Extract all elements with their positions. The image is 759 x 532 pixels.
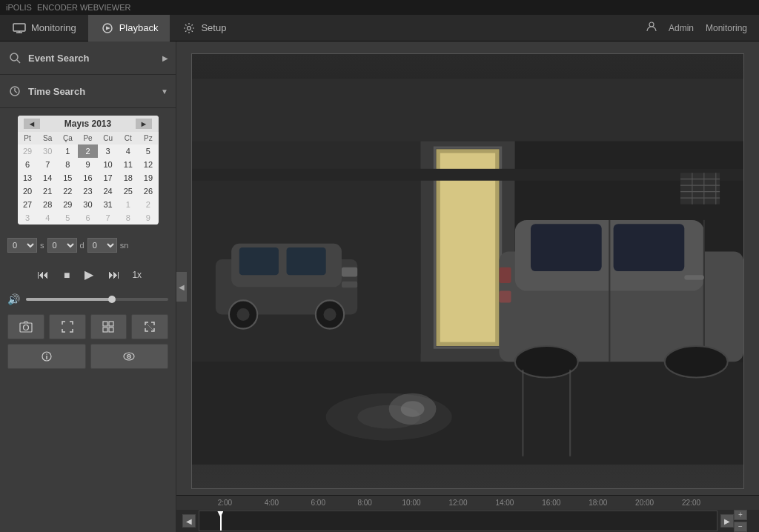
calendar-day-header: Pt <box>18 132 38 144</box>
info-button[interactable] <box>7 344 86 369</box>
eye-button[interactable] <box>90 344 169 369</box>
svg-rect-36 <box>192 169 743 181</box>
svg-point-7 <box>10 53 18 61</box>
calendar-day[interactable]: 8 <box>118 211 138 225</box>
calendar-day[interactable]: 21 <box>38 184 58 198</box>
time-search-header[interactable]: Time Search ▼ <box>0 75 176 107</box>
calendar-day[interactable]: 29 <box>58 198 78 211</box>
calendar-day[interactable]: 30 <box>38 144 58 158</box>
calendar-day[interactable]: 18 <box>118 171 138 184</box>
calendar-day[interactable]: 16 <box>78 171 98 184</box>
calendar-day[interactable]: 5 <box>58 211 78 225</box>
calendar-day[interactable]: 4 <box>38 211 58 225</box>
calendar-day[interactable]: 25 <box>118 184 138 198</box>
playback-label: Playback <box>119 22 159 33</box>
calendar-day[interactable]: 7 <box>38 158 58 171</box>
fast-forward-button[interactable]: ⏭ <box>105 265 123 285</box>
timeline-track[interactable] <box>199 511 717 531</box>
svg-point-53 <box>515 346 578 378</box>
svg-point-24 <box>128 356 130 357</box>
svg-rect-57 <box>500 291 511 303</box>
time-search-label: Time Search <box>28 86 155 97</box>
calendar-day[interactable]: 27 <box>18 198 38 211</box>
calendar-day[interactable]: 3 <box>18 211 38 225</box>
calendar-day[interactable]: 2 <box>78 144 98 158</box>
calendar-day[interactable]: 1 <box>58 144 78 158</box>
timeline-left-arrow[interactable]: ◀ <box>182 514 196 528</box>
zoom-out-button[interactable]: − <box>734 522 747 532</box>
calendar-day[interactable]: 8 <box>58 158 78 171</box>
zoom-controls: + − <box>734 510 747 532</box>
calendar-day[interactable]: 6 <box>18 158 38 171</box>
event-search-icon <box>7 50 22 65</box>
calendar-day[interactable]: 11 <box>118 158 138 171</box>
volume-slider[interactable] <box>26 298 168 301</box>
calendar-prev[interactable]: ◄ <box>24 119 41 129</box>
calendar-day[interactable]: 2 <box>138 198 158 211</box>
calendar-day[interactable]: 26 <box>138 184 158 198</box>
calendar-day[interactable]: 7 <box>98 211 118 225</box>
titlebar: iPOLIS ENCODER WEBVIEWER <box>0 0 759 15</box>
stop-button[interactable]: ■ <box>61 266 73 284</box>
timeline-cursor-head <box>217 511 223 517</box>
grid-button[interactable] <box>90 314 127 339</box>
calendar-day[interactable]: 29 <box>18 144 38 158</box>
hour-select[interactable]: 0123 <box>7 238 37 253</box>
min-select[interactable]: 0153045 <box>47 238 77 253</box>
min-label: d <box>80 241 84 250</box>
calendar-day[interactable]: 6 <box>78 211 98 225</box>
setup-label: Setup <box>201 22 226 33</box>
calendar-day-header: Pz <box>138 132 158 144</box>
calendar-day[interactable]: 12 <box>138 158 158 171</box>
tab-monitoring[interactable]: Monitoring <box>0 15 88 41</box>
content-area: ◀ <box>176 41 759 532</box>
calendar-day[interactable]: 31 <box>98 198 118 211</box>
svg-line-18 <box>145 322 154 331</box>
calendar-day[interactable]: 13 <box>18 171 38 184</box>
tool-row-2 <box>7 344 168 369</box>
calendar-day[interactable]: 22 <box>58 184 78 198</box>
time-mark: 12:00 <box>435 499 482 507</box>
volume-thumb[interactable] <box>108 296 116 303</box>
svg-rect-55 <box>684 275 704 279</box>
play-button[interactable]: ▶ <box>82 265 96 285</box>
calendar-day[interactable]: 10 <box>98 158 118 171</box>
monitor-icon <box>12 21 27 36</box>
svg-rect-39 <box>239 247 279 275</box>
calendar-day[interactable]: 15 <box>58 171 78 184</box>
calendar-days[interactable]: 2930123456789101112131415161718192021222… <box>18 144 159 225</box>
calendar-next[interactable]: ► <box>136 119 153 129</box>
screenshot-button[interactable] <box>7 314 44 339</box>
calendar-day[interactable]: 14 <box>38 171 58 184</box>
sec-select[interactable]: 0153045 <box>87 238 117 253</box>
calendar-day[interactable]: 3 <box>98 144 118 158</box>
calendar-day[interactable]: 5 <box>138 144 158 158</box>
zoom-in-button[interactable]: + <box>734 510 747 520</box>
timeline-right-arrow[interactable]: ▶ <box>720 514 734 528</box>
svg-rect-56 <box>500 267 511 283</box>
rewind-button[interactable]: ⏮ <box>34 265 52 285</box>
time-mark: 18:00 <box>574 499 621 507</box>
calendar-day[interactable]: 9 <box>138 211 158 225</box>
event-search-header[interactable]: Event Search ▶ <box>0 41 176 74</box>
time-mark: 8:00 <box>342 499 388 507</box>
calendar-day[interactable]: 4 <box>118 144 138 158</box>
user-icon <box>646 21 657 34</box>
calendar-day[interactable]: 23 <box>78 184 98 198</box>
collapse-sidebar-button[interactable]: ◀ <box>176 272 187 302</box>
calendar-day[interactable]: 19 <box>138 171 158 184</box>
tab-setup[interactable]: Setup <box>170 15 238 41</box>
fit-button[interactable] <box>49 314 86 339</box>
calendar-day[interactable]: 1 <box>118 198 138 211</box>
tab-playback[interactable]: Playback <box>88 15 170 41</box>
calendar-day[interactable]: 17 <box>98 171 118 184</box>
calendar-day[interactable]: 20 <box>18 184 38 198</box>
calendar-day[interactable]: 30 <box>78 198 98 211</box>
calendar-day[interactable]: 24 <box>98 184 118 198</box>
time-mark: 2:00 <box>202 499 248 507</box>
calendar-title: Mayıs 2013 <box>64 119 111 129</box>
calendar-day[interactable]: 9 <box>78 158 98 171</box>
calendar-day[interactable]: 28 <box>38 198 58 211</box>
video-area <box>176 41 759 495</box>
fullscreen-button[interactable] <box>131 314 168 339</box>
